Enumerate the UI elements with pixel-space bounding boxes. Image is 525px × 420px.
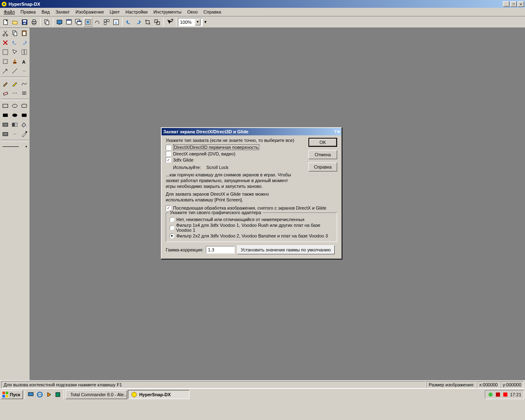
- tray-icon-1[interactable]: [488, 392, 493, 397]
- text-tool[interactable]: A: [20, 57, 29, 66]
- undo-button[interactable]: [124, 18, 133, 27]
- menu-view[interactable]: Вид: [39, 9, 52, 15]
- tray-icon-3[interactable]: [502, 392, 508, 397]
- app-icon: [1, 1, 7, 7]
- svg-rect-7: [33, 20, 35, 21]
- color-swatch-2[interactable]: [10, 120, 19, 129]
- capture-region-button[interactable]: [83, 18, 92, 27]
- minimize-button[interactable]: _: [503, 1, 509, 7]
- radio-1x4[interactable]: [169, 225, 174, 230]
- cut-tool[interactable]: [1, 29, 10, 38]
- pointer-tool[interactable]: [10, 48, 19, 57]
- menu-edit[interactable]: Правка: [18, 9, 39, 15]
- capture-active-window-button[interactable]: [74, 18, 83, 27]
- capture-freehand-button[interactable]: [93, 18, 102, 27]
- freehand-tool[interactable]: [20, 79, 29, 88]
- capture-fullscreen-button[interactable]: [55, 18, 64, 27]
- crop-button[interactable]: [143, 18, 152, 27]
- menu-color[interactable]: Цвет: [107, 9, 123, 15]
- chk-directx-overlay[interactable]: [166, 151, 171, 156]
- new-button[interactable]: [1, 18, 10, 27]
- menu-settings[interactable]: Настройки: [123, 9, 151, 15]
- tray-icon-2[interactable]: [495, 392, 501, 397]
- info-printscreen: Для захвата экранов DirectX и Glide такж…: [166, 192, 293, 203]
- line-width-preview[interactable]: ▾: [1, 142, 29, 151]
- gamma-input[interactable]: [206, 246, 235, 253]
- cancel-button[interactable]: Отмена: [308, 150, 337, 159]
- fill-ellipse-tool[interactable]: [10, 111, 19, 120]
- ql-media-icon[interactable]: [45, 390, 53, 399]
- color-swatch-1[interactable]: [1, 120, 10, 129]
- capture-scroll-button[interactable]: [112, 18, 121, 27]
- svg-point-50: [25, 131, 27, 133]
- line-style-tool[interactable]: [20, 89, 29, 98]
- ql-ie-icon[interactable]: [36, 390, 44, 399]
- capture-window-button[interactable]: [64, 18, 73, 27]
- open-button[interactable]: [11, 18, 20, 27]
- taskbar-item-hypersnap[interactable]: HyperSnap-DX: [128, 390, 189, 399]
- svg-text:?: ?: [171, 19, 173, 23]
- redo-button[interactable]: [134, 18, 143, 27]
- fill-tool[interactable]: [20, 120, 29, 129]
- menu-file[interactable]: Файл: [1, 9, 18, 15]
- ok-button[interactable]: OK: [308, 138, 337, 147]
- menu-window[interactable]: Окно: [185, 9, 201, 15]
- undo-tool[interactable]: [10, 38, 19, 47]
- delete-tool[interactable]: [1, 38, 10, 47]
- capture-multi-button[interactable]: [102, 18, 111, 27]
- eyedropper-tool[interactable]: [20, 130, 29, 139]
- maximize-button[interactable]: ❐: [510, 1, 517, 7]
- status-help: Для вызова контекстной подсказки нажмите…: [1, 381, 426, 388]
- zoom-dropdown-icon[interactable]: ▼: [195, 19, 201, 25]
- gamma-default-button[interactable]: Установить значение гаммы по умолчанию: [237, 245, 334, 254]
- taskbar-item-totalcmd[interactable]: Total Commander 8.0 - Ale...: [66, 390, 127, 399]
- fill-rect-tool[interactable]: [1, 111, 10, 120]
- ellipse-tool[interactable]: [10, 101, 19, 110]
- paste-tool[interactable]: [20, 29, 29, 38]
- redo-tool[interactable]: [20, 38, 29, 47]
- whatsthis-button[interactable]: ?: [165, 18, 174, 27]
- menu-help[interactable]: Справка: [201, 9, 224, 15]
- save-button[interactable]: [20, 18, 29, 27]
- crop-tool[interactable]: [1, 57, 10, 66]
- eraser-tool[interactable]: [1, 89, 10, 98]
- svg-rect-40: [3, 92, 8, 95]
- stamp-tool[interactable]: [10, 57, 19, 66]
- color-swatch-3[interactable]: [1, 130, 10, 139]
- rounded-rect-tool[interactable]: [20, 101, 29, 110]
- brush-tool[interactable]: [1, 79, 10, 88]
- help-button[interactable]: Справка: [308, 162, 337, 171]
- arrow-tool[interactable]: [1, 66, 10, 75]
- zoom-combo[interactable]: 100% ▼: [178, 18, 203, 26]
- copy-tool[interactable]: [10, 29, 19, 38]
- dialog-close-button[interactable]: ✕: [337, 129, 340, 135]
- print-button[interactable]: [30, 18, 39, 27]
- select-rect-tool[interactable]: [1, 48, 10, 57]
- more-tool-1[interactable]: [20, 66, 29, 75]
- select-area-tool[interactable]: [20, 48, 29, 57]
- more-tool-2[interactable]: [10, 130, 19, 139]
- info-hotkey: ...как горячую клавишу для снимков экран…: [166, 172, 293, 189]
- close-button[interactable]: ✕: [518, 1, 524, 7]
- copy-button[interactable]: [42, 18, 51, 27]
- dialog-help-button[interactable]: ?: [334, 129, 337, 134]
- fill-rounded-rect-tool[interactable]: [20, 111, 29, 120]
- radio-2x2[interactable]: [169, 233, 174, 238]
- menu-capture[interactable]: Захват: [52, 9, 73, 15]
- menu-tools[interactable]: Инструменты: [151, 9, 185, 15]
- chk-3dfx-glide[interactable]: ✓: [166, 157, 171, 162]
- ql-desktop-icon[interactable]: [27, 390, 35, 399]
- tray-clock[interactable]: 17:21: [510, 392, 521, 397]
- ql-app-icon[interactable]: [54, 390, 62, 399]
- chk-directx-primary[interactable]: [166, 145, 171, 150]
- start-button[interactable]: Пуск: [1, 390, 23, 399]
- menu-image[interactable]: Изображение: [73, 9, 107, 15]
- rect-tool[interactable]: [1, 101, 10, 110]
- radio-none[interactable]: [169, 217, 174, 222]
- dash-line-tool[interactable]: [10, 89, 19, 98]
- line-tool[interactable]: [10, 66, 19, 75]
- pencil-tool[interactable]: [10, 79, 19, 88]
- zoom-preset-dropdown[interactable]: ▾: [203, 18, 208, 26]
- dialog-titlebar: Захват экрана DirectX/Direct3D и Glide ?…: [162, 128, 341, 135]
- resize-button[interactable]: [153, 18, 162, 27]
